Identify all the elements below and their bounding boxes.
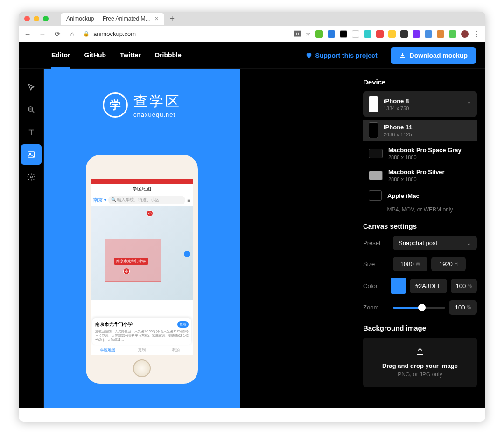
image-tool[interactable]	[21, 144, 42, 165]
device-res: 1334 x 750	[384, 105, 461, 111]
ext-qr-icon[interactable]	[400, 30, 408, 38]
tab-bar: Animockup — Free Animated M… × +	[19, 12, 485, 26]
close-window-button[interactable]	[24, 16, 30, 21]
device-dropdown: iPhone 112436 x 1125 Macbook Pro Space G…	[363, 120, 477, 204]
device-option[interactable]: iPhone 112436 x 1125	[363, 120, 477, 141]
ext-blue-icon[interactable]	[425, 30, 432, 38]
bg-dropzone[interactable]: Drag and drop your image PNG, or JPG onl…	[363, 338, 477, 387]
url-field[interactable]: 🔒 animockup.com	[83, 30, 288, 37]
text-tool[interactable]	[21, 122, 42, 142]
slider-thumb[interactable]	[418, 304, 426, 311]
bg-image-heading: Background image	[363, 324, 477, 332]
canvas-area[interactable]: 学 查学区 chaxuequ.net 学区地图 南京 ▾ 🔍 输入学	[44, 69, 355, 408]
nav-editor[interactable]: Editor	[51, 51, 70, 69]
ext-evernote-icon[interactable]	[315, 30, 323, 38]
animockup-app: Editor GitHub Twitter Dribbble Support t…	[19, 42, 485, 408]
download-button[interactable]: Download mockup	[391, 47, 476, 64]
map-marker: 南京市光华门小学	[114, 258, 148, 265]
device-thumb-icon	[369, 149, 383, 158]
bottom-nav-map: 学区地图	[91, 345, 125, 355]
device-option[interactable]: Macbook Pro Silver2880 x 1800	[363, 166, 477, 185]
device-option[interactable]: Apple iMac	[363, 188, 477, 204]
device-thumb-icon	[369, 96, 378, 112]
ext-yellow-icon[interactable]	[388, 30, 396, 38]
color-label: Color	[363, 282, 387, 289]
phone-mockup[interactable]: 学区地图 南京 ▾ 🔍 输入学校、街道、小区… ≡ 小 南京市光华门小学 小	[86, 155, 198, 384]
ext-mail-icon[interactable]	[352, 30, 359, 38]
chevron-down-icon: ⌄	[466, 239, 471, 246]
profile-avatar[interactable]	[461, 30, 469, 38]
device-option[interactable]: Macbook Pro Space Gray2880 x 1800	[363, 144, 477, 163]
settings-tool[interactable]	[21, 167, 42, 187]
ext-green-icon[interactable]	[364, 30, 371, 38]
menu-icon[interactable]: ⋮	[473, 29, 481, 38]
nav-dribbble[interactable]: Dribbble	[155, 51, 182, 59]
address-bar: ← → ⟳ ⌂ 🔒 animockup.com 🅰 ☆ ⋮	[19, 26, 485, 42]
screen-title: 学区地图	[91, 184, 193, 194]
nav-twitter[interactable]: Twitter	[120, 51, 141, 59]
brand-title: 查学区	[133, 92, 181, 111]
preset-label: Preset	[363, 239, 389, 246]
height-input[interactable]: 1920H	[431, 257, 466, 271]
browser-tab[interactable]: Animockup — Free Animated M… ×	[61, 13, 164, 25]
ext-orange-icon[interactable]	[437, 30, 444, 38]
app-body: 学 查学区 chaxuequ.net 学区地图 南京 ▾ 🔍 输入学	[19, 69, 485, 408]
device-selected[interactable]: iPhone 8 1334 x 750 ⌃	[363, 91, 477, 117]
logo[interactable]	[28, 50, 38, 61]
nav-github[interactable]: GitHub	[84, 51, 106, 59]
download-label: Download mockup	[410, 52, 468, 59]
maximize-window-button[interactable]	[43, 16, 49, 21]
device-thumb-icon	[369, 122, 378, 138]
upload-icon	[415, 347, 425, 356]
device-name: iPhone 8	[384, 98, 461, 105]
ext-purple-icon[interactable]	[413, 30, 420, 38]
ext-red-icon[interactable]	[376, 30, 384, 38]
list-icon: ≡	[187, 197, 190, 204]
home-button[interactable]: ⌂	[68, 30, 77, 38]
map-type-pin	[184, 251, 190, 257]
forward-button[interactable]: →	[38, 30, 47, 38]
map-pin: 小	[147, 210, 153, 217]
download-icon	[399, 52, 406, 59]
browser-window: Animockup — Free Animated M… × + ← → ⟳ ⌂…	[19, 12, 485, 422]
lock-icon: 🔒	[83, 31, 90, 37]
dropzone-title: Drag and drop your image	[372, 362, 468, 369]
mockup-canvas: 学 查学区 chaxuequ.net 学区地图 南京 ▾ 🔍 输入学	[44, 69, 240, 408]
reload-button[interactable]: ⟳	[53, 30, 62, 38]
device-thumb-icon	[369, 171, 383, 180]
zoom-tool[interactable]	[21, 99, 42, 120]
ext-notion-icon[interactable]	[340, 30, 347, 38]
card-title: 南京市光华门小学	[95, 321, 133, 328]
width-input[interactable]: 1080W	[393, 257, 427, 271]
ext-trello-icon[interactable]	[328, 30, 335, 38]
search-input: 🔍 输入学校、街道、小区…	[108, 196, 185, 204]
tab-title: Animockup — Free Animated M…	[66, 15, 151, 22]
heart-icon	[305, 52, 313, 59]
svg-point-3	[30, 176, 32, 178]
card-desc: 施教区范围：大光路社区：大光路1-138号(不含大光路117号香格里拉花园、大光…	[95, 329, 189, 342]
preset-select[interactable]: Snapchat post ⌄	[393, 236, 477, 250]
app-header: Editor GitHub Twitter Dribbble Support t…	[19, 42, 485, 69]
card-tag: 查看	[177, 321, 189, 328]
back-button[interactable]: ←	[23, 30, 32, 38]
new-tab-button[interactable]: +	[170, 14, 175, 24]
close-tab-icon[interactable]: ×	[154, 15, 158, 22]
color-alpha-input[interactable]: 100%	[451, 279, 477, 293]
cursor-tool[interactable]	[21, 77, 42, 98]
ext-shield-icon[interactable]	[449, 30, 456, 38]
color-swatch[interactable]	[391, 278, 406, 294]
star-icon[interactable]: ☆	[305, 30, 311, 37]
bottom-nav: 学区地图 定制 我的	[91, 345, 193, 355]
brand-icon: 学	[103, 92, 128, 118]
map-view: 小 南京市光华门小学 小	[91, 206, 193, 300]
color-hex-input[interactable]: #2A8DFF	[410, 279, 447, 293]
translate-icon[interactable]: 🅰	[294, 30, 301, 37]
zoom-input[interactable]: 100%	[449, 300, 477, 315]
home-button-icon	[133, 359, 151, 377]
support-link[interactable]: Support this project	[305, 52, 378, 59]
dropzone-hint: PNG, or JPG only	[372, 371, 468, 378]
brand-header: 学 查学区 chaxuequ.net	[44, 92, 240, 118]
zoom-slider[interactable]	[393, 307, 445, 309]
chevron-up-icon: ⌃	[467, 101, 471, 107]
minimize-window-button[interactable]	[34, 16, 39, 21]
